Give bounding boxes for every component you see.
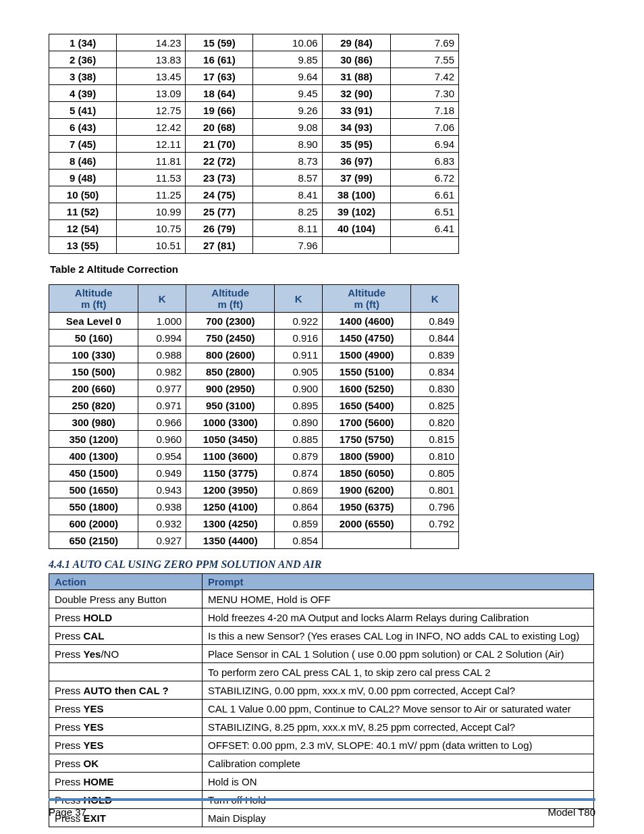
action-cell: Press YES (49, 718, 203, 736)
table-header: Altitudem (ft) (49, 285, 138, 313)
table-cell: 0.911 (275, 346, 323, 363)
table-cell: 0.820 (411, 414, 459, 431)
table-cell: 1950 (6375) (323, 498, 411, 515)
table-cell: 0.839 (411, 346, 459, 363)
table-cell: 23 (73) (186, 170, 253, 186)
table-cell: 0.960 (138, 431, 186, 448)
table-cell: 700 (2300) (186, 313, 275, 330)
table-cell: 0.859 (275, 515, 323, 532)
table-cell: 0.849 (411, 313, 459, 330)
table-cell: 600 (2000) (49, 515, 138, 532)
action-cell (49, 663, 203, 681)
table-cell: 0.949 (138, 465, 186, 481)
table-cell: 7.55 (391, 51, 459, 68)
table-cell: 10 (50) (49, 186, 117, 203)
table-cell: 6.94 (391, 136, 459, 153)
table-cell: 0.938 (138, 498, 186, 515)
table-cell: 13 (55) (49, 237, 117, 254)
table-cell: 13.09 (117, 85, 186, 102)
table-cell: 650 (2150) (49, 532, 138, 549)
table-cell: 1900 (6200) (323, 481, 411, 498)
table-cell: 0.810 (411, 448, 459, 465)
table-cell: 12 (54) (49, 220, 117, 237)
table-cell: 9.85 (253, 51, 322, 68)
table-cell: 7.06 (391, 119, 459, 136)
prompt-cell: Calibration complete (203, 754, 594, 773)
table-cell: 10.99 (117, 203, 186, 220)
table-cell: 0.805 (411, 465, 459, 481)
table-cell: 3 (38) (49, 68, 117, 85)
table-cell: 0.834 (411, 363, 459, 380)
table2-caption: Table 2 Altitude Correction (50, 263, 595, 275)
section-heading: 4.4.1 AUTO CAL USING ZERO PPM SOLUTION A… (49, 558, 595, 571)
table-cell: 150 (500) (49, 363, 138, 380)
table-cell: 0.927 (138, 532, 186, 549)
table-cell: 850 (2800) (186, 363, 275, 380)
table-cell: 6.41 (391, 220, 459, 237)
table-cell: 0.844 (411, 330, 459, 346)
table-cell: 800 (2600) (186, 346, 275, 363)
table-cell: 9.45 (253, 85, 322, 102)
action-cell: Press CAL (49, 627, 203, 645)
table-cell: 100 (330) (49, 346, 138, 363)
table-cell: 1850 (6050) (323, 465, 411, 481)
table-cell: 17 (63) (186, 68, 253, 85)
table-cell: 7.30 (391, 85, 459, 102)
table-cell: 25 (77) (186, 203, 253, 220)
table-cell: 24 (75) (186, 186, 253, 203)
table-cell: 0.830 (411, 380, 459, 397)
table-cell: 26 (79) (186, 220, 253, 237)
prompt-cell: MENU HOME, Hold is OFF (203, 590, 594, 608)
table-cell: 8.57 (253, 170, 322, 186)
action-cell: Press Yes/NO (49, 645, 203, 663)
table-cell: 0.977 (138, 380, 186, 397)
table-cell: 350 (1200) (49, 431, 138, 448)
table-cell: 33 (91) (322, 102, 391, 119)
table-header: K (275, 285, 323, 313)
table-cell: 500 (1650) (49, 481, 138, 498)
table-cell: 7.96 (253, 237, 322, 254)
action-cell: Press OK (49, 754, 203, 773)
table-cell: 5 (41) (49, 102, 117, 119)
table-cell: 1600 (5250) (323, 380, 411, 397)
table-cell: 32 (90) (322, 85, 391, 102)
table-cell: 9.08 (253, 119, 322, 136)
table-cell: 0.982 (138, 363, 186, 380)
table-cell: 7.42 (391, 68, 459, 85)
table-temperature: 1 (34)14.2315 (59)10.0629 (84)7.692 (36)… (49, 34, 459, 254)
footer-model: Model T80 (547, 806, 595, 818)
table-cell: 0.885 (275, 431, 323, 448)
table-cell: 30 (86) (322, 51, 391, 68)
table-header: K (138, 285, 186, 313)
table-cell: 0.879 (275, 448, 323, 465)
table-cell: 8.25 (253, 203, 322, 220)
table-header: Altitudem (ft) (323, 285, 411, 313)
table-cell: 0.792 (411, 515, 459, 532)
table-cell: 12.75 (117, 102, 186, 119)
table-cell: 0.905 (275, 363, 323, 380)
table-cell: 200 (660) (49, 380, 138, 397)
table-auto-cal-steps: ActionPromptDouble Press any ButtonMENU … (49, 573, 594, 827)
table-cell: 1050 (3450) (186, 431, 275, 448)
table-cell: 40 (104) (322, 220, 391, 237)
prompt-cell: OFFSET: 0.00 ppm, 2.3 mV, SLOPE: 40.1 mV… (203, 736, 594, 754)
table-cell: 22 (72) (186, 153, 253, 170)
page-footer: Page 37 Model T80 (49, 798, 595, 818)
table-cell: 6 (43) (49, 119, 117, 136)
table-cell (323, 532, 411, 549)
table-cell: 0.825 (411, 397, 459, 414)
table-cell: 1150 (3775) (186, 465, 275, 481)
table-cell: 0.874 (275, 465, 323, 481)
table-cell: 10.06 (253, 34, 322, 51)
table-cell: 27 (81) (186, 237, 253, 254)
table-cell: 250 (820) (49, 397, 138, 414)
table-cell: 37 (99) (322, 170, 391, 186)
table-cell: 11.25 (117, 186, 186, 203)
table-cell: 1750 (5750) (323, 431, 411, 448)
table-cell: 34 (93) (322, 119, 391, 136)
table-cell: 15 (59) (186, 34, 253, 51)
table-cell: 900 (2950) (186, 380, 275, 397)
table-cell: 19 (66) (186, 102, 253, 119)
table-cell: 0.815 (411, 431, 459, 448)
table-cell: 38 (100) (322, 186, 391, 203)
